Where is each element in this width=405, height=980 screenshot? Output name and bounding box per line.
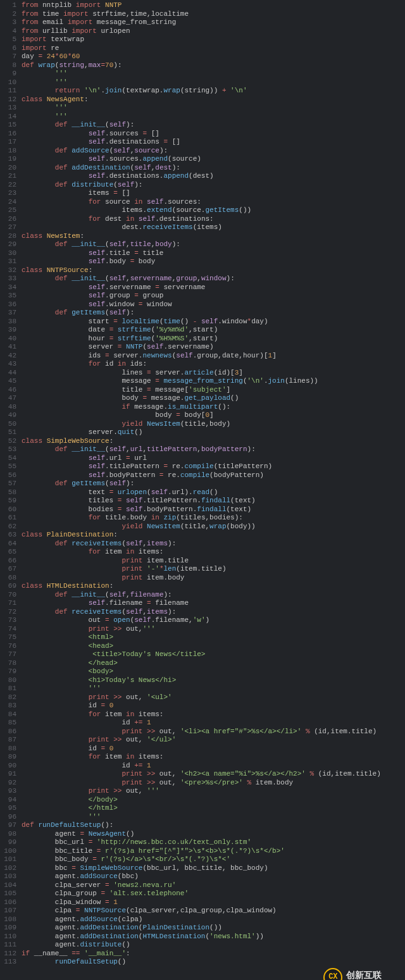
- code-line: print >> out, ''': [22, 787, 405, 796]
- code-line: self.url = url: [22, 454, 405, 463]
- code-line: for item in items:: [22, 753, 405, 762]
- code-line: title = message['subject']: [22, 386, 405, 395]
- code-line: print >> out, '<h2><a name="%i">%s</a></…: [22, 770, 405, 779]
- code-line: ''': [22, 813, 405, 822]
- code-line: for source in self.sources:: [22, 198, 405, 207]
- code-editor: 1 2 3 4 5 6 7 8 9 10 11 12 13 14 15 16 1…: [0, 0, 405, 980]
- code-line: from nntplib import NNTP: [22, 1, 405, 10]
- code-line: </body>: [22, 796, 405, 805]
- code-line: text = urlopen(self.url).read(): [22, 488, 405, 497]
- code-line: runDefaultSetup(): [22, 958, 405, 967]
- code-line: clpa = NNTPSource(clpa_server,clpa_group…: [22, 907, 405, 915]
- code-line: def addDestination(self,dest):: [22, 164, 405, 173]
- code-line: def addSource(self,source):: [22, 147, 405, 156]
- code-line: def getItems(self):: [22, 309, 405, 318]
- code-line: def distribute(self):: [22, 181, 405, 190]
- code-line: from time import strftime,time,localtime: [22, 10, 405, 19]
- code-line: for item in items:: [22, 710, 405, 719]
- code-line: clpa_group = 'alt.sex.telephone': [22, 890, 405, 898]
- code-line: </html>: [22, 804, 405, 813]
- code-line: def receiveItems(self,items):: [22, 608, 405, 617]
- code-line: self.filename = filename: [22, 599, 405, 608]
- code-line: </head>: [22, 659, 405, 668]
- code-line: <h1>Today's News</hi>: [22, 676, 405, 685]
- code-line: print >> out, '</ul>': [22, 736, 405, 745]
- code-line: for dest in self.destinations:: [22, 215, 405, 224]
- code-line: bbc_title = r'(?s)a href="[^"]*">\s*<b>\…: [22, 847, 405, 856]
- code-line: print >> out, '<pre>%s</pre>' % item.bod…: [22, 779, 405, 788]
- code-line: self.title = title: [22, 249, 405, 258]
- code-line: dest.receiveItems(items): [22, 223, 405, 232]
- code-line: self.group = group: [22, 292, 405, 301]
- code-line: if __name__ == '__main__':: [22, 950, 405, 958]
- code-line: day = 24*60*60: [22, 53, 405, 61]
- code-line: class NewsAgent:: [22, 96, 405, 104]
- code-line: out = open(self.filename,'w'): [22, 616, 405, 625]
- code-line: ''': [22, 78, 405, 87]
- code-line: print >> out, '<ul>': [22, 693, 405, 702]
- code-line: lines = server.article(id)[3]: [22, 369, 405, 378]
- code-line: if message.is_multipart():: [22, 403, 405, 412]
- code-line: for title.body in zip(titles,bodies):: [22, 514, 405, 523]
- code-line: id = 0: [22, 745, 405, 754]
- code-line: print item.title: [22, 557, 405, 566]
- code-line: agent.addSource(clpa): [22, 915, 405, 924]
- code-line: def __init__(self,servername,group,windo…: [22, 275, 405, 283]
- code-line: <html>: [22, 633, 405, 642]
- code-line: class NNTPSource:: [22, 266, 405, 275]
- code-line: clpa_window = 1: [22, 898, 405, 907]
- code-line: agent.addSource(bbc): [22, 872, 405, 881]
- code-line: def receiveItems(self,items):: [22, 540, 405, 549]
- code-line: print '-'*len(item.title): [22, 565, 405, 574]
- code-line: def __init__(self,title,body):: [22, 240, 405, 249]
- code-line: ''': [22, 113, 405, 121]
- code-line: self.destinations.append(dest): [22, 172, 405, 181]
- code-line: print item.body: [22, 574, 405, 583]
- code-line: def wrap(string,max=70):: [22, 61, 405, 70]
- code-line: ''': [22, 685, 405, 693]
- code-line: yield NewsItem(title,body): [22, 420, 405, 429]
- code-line: yield NewsItem(title,wrap(body)): [22, 523, 405, 531]
- code-line: self.sources.append(source): [22, 155, 405, 164]
- code-line: server = NNTP(self.servername): [22, 343, 405, 352]
- code-line: class SimpleWebSource:: [22, 437, 405, 446]
- code-line: class NewsItem:: [22, 232, 405, 241]
- code-line: for id in ids:: [22, 360, 405, 369]
- code-line: def runDefaultSetup():: [22, 821, 405, 830]
- code-line: def __init__(self):: [22, 121, 405, 130]
- code-line: agent.addDestination(HTMLDestination('ne…: [22, 933, 405, 941]
- code-line: import re: [22, 44, 405, 53]
- code-line: bbc_url = 'http://news.bbc.co.uk/text_on…: [22, 838, 405, 847]
- code-line: class HTMLDestination:: [22, 582, 405, 591]
- code-line: from urllib import urlopen: [22, 27, 405, 36]
- watermark-cn: 创新互联: [346, 971, 400, 980]
- code-line: class PlainDestination:: [22, 531, 405, 540]
- line-number-gutter: 1 2 3 4 5 6 7 8 9 10 11 12 13 14 15 16 1…: [0, 1, 22, 980]
- code-line: self.window = window: [22, 301, 405, 309]
- code-line: self.titlePattern = re.compile(titlePatt…: [22, 462, 405, 471]
- code-line: body = message.get_payload(): [22, 394, 405, 403]
- code-line: bodies = self.bodyPattern.findall(text): [22, 506, 405, 514]
- code-line: def __init__(self,url,titlePattern,bodyP…: [22, 445, 405, 454]
- code-line: titles = self.titlePattern.findall(text): [22, 497, 405, 506]
- watermark-logo-icon: CX: [323, 968, 342, 980]
- code-line: items.extend(source.getItems()): [22, 206, 405, 215]
- code-line: def getItems(self):: [22, 480, 405, 488]
- code-line: agent.addDestination(PlainDestination()): [22, 924, 405, 933]
- code-line: body = body[0]: [22, 411, 405, 420]
- code-line: self.body = body: [22, 257, 405, 266]
- code-body[interactable]: from nntplib import NNTPfrom time import…: [22, 1, 405, 980]
- code-line: ids = server.newnews(self.group,date,hou…: [22, 352, 405, 361]
- code-line: <title>Today's News</title>: [22, 650, 405, 659]
- code-line: items = []: [22, 189, 405, 198]
- code-line: bbc_body = r'(?s)</a>\s*<br/>\s*(.*?)\s*…: [22, 855, 405, 864]
- code-line: start = localtime(time() - self.window*d…: [22, 318, 405, 326]
- code-line: date = strftime('%y%m%d',start): [22, 326, 405, 335]
- code-line: print >> out,''': [22, 625, 405, 634]
- code-line: clpa_server = 'news2.neva.ru': [22, 881, 405, 890]
- code-line: def __init__(self,filename):: [22, 591, 405, 600]
- code-line: self.destinations = []: [22, 138, 405, 147]
- code-line: self.servername = servername: [22, 283, 405, 292]
- code-line: self.sources = []: [22, 130, 405, 139]
- code-line: agent = NewsAgent(): [22, 830, 405, 839]
